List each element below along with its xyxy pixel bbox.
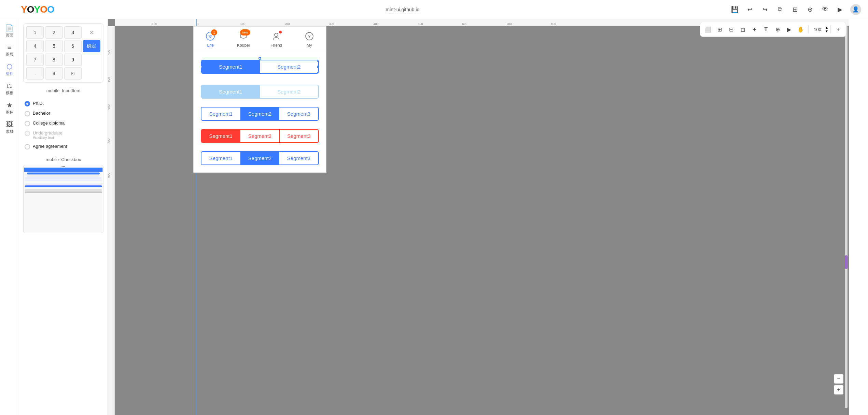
eye-icon[interactable]: 👁 [820, 5, 830, 14]
tab-life[interactable]: 支 1 Life [194, 29, 227, 48]
segment-3-2[interactable]: Segment2 [240, 108, 279, 120]
numpad-4[interactable]: 4 [26, 40, 44, 52]
numpad-7[interactable]: 7 [26, 54, 44, 66]
layers-icon[interactable]: ⊞ [790, 5, 800, 14]
zoom-step-down[interactable]: ▼ [825, 30, 828, 33]
segment-3-3[interactable]: Segment3 [279, 108, 318, 120]
sidebar-item-assets[interactable]: 🖼 素材 [1, 118, 18, 136]
ruler-mark-0: 0 [197, 22, 199, 26]
radio-college-label: College diploma [33, 120, 102, 126]
pages-icon: 📄 [5, 24, 14, 32]
shape-video-icon[interactable]: ▶ [784, 24, 795, 35]
shape-component-icon[interactable]: ⊕ [772, 24, 783, 35]
segment-2-1[interactable]: Segment1 [201, 85, 260, 98]
segment-1-2[interactable]: Segment2 [260, 60, 318, 73]
radio-undergraduate[interactable]: Undergraduate Auxiliary text [23, 128, 103, 142]
zoom-controls: − + [834, 374, 843, 395]
play-icon[interactable]: ▶ [835, 5, 845, 14]
segment-4-3[interactable]: Segment3 [279, 130, 318, 142]
numpad-3[interactable]: 3 [64, 26, 82, 39]
handle-tr [317, 60, 319, 62]
svg-text:¥: ¥ [308, 34, 311, 39]
numpad-confirm[interactable]: 确定 [83, 40, 100, 52]
undo-icon[interactable]: ↩ [745, 5, 755, 14]
shape-circle-icon[interactable]: ◻ [737, 24, 748, 35]
shape-star-icon[interactable]: ✦ [749, 24, 760, 35]
sidebar-item-components[interactable]: ⬡ 组件 [1, 60, 18, 78]
numpad-1[interactable]: 1 [26, 26, 44, 39]
ruler-v-400: 400 [108, 50, 110, 55]
sidebar-item-layers[interactable]: ≡ 图层 [1, 41, 18, 59]
segment-4-1[interactable]: Segment1 [201, 130, 240, 142]
tab-koubei-label: Koubei [237, 43, 250, 48]
radio-phd-circle [25, 101, 30, 106]
radio-undergraduate-circle [25, 131, 30, 136]
checkbox-list: Ph.D. Bachelor College diploma Undergrad… [23, 96, 103, 154]
radio-agree-label: Agree agreement [33, 144, 102, 149]
redo-icon[interactable]: ↪ [760, 5, 770, 14]
layers-nav-icon: ≡ [8, 43, 12, 51]
avatar[interactable]: 👤 [850, 4, 861, 15]
sidebar-item-pages[interactable]: 📄 页面 [1, 22, 18, 40]
toolbar-plus-btn[interactable]: + [833, 24, 844, 35]
numpad-9[interactable]: 9 [64, 54, 82, 66]
top-right-tools: 💾 ↩ ↪ ⧉ ⊞ ⊕ 👁 ▶ 👤 [730, 4, 868, 15]
tab-life-icon-container: 支 1 [204, 30, 216, 42]
shape-text-icon[interactable]: T [760, 24, 771, 35]
save-icon[interactable]: 💾 [730, 5, 740, 14]
zoom-step-up[interactable]: ▲ [825, 26, 828, 29]
components-icon: ⬡ [6, 62, 12, 71]
segment-1-1-active[interactable]: Segment1 [201, 60, 260, 73]
numpad-5[interactable]: 5 [45, 40, 62, 52]
numpad-dot[interactable]: . [26, 67, 44, 80]
numpad-2[interactable]: 2 [45, 26, 62, 39]
ruler-mark-500: 500 [418, 22, 423, 26]
input-item-label: mobile_InputItem [23, 88, 103, 93]
segment-4-2[interactable]: Segment2 [240, 130, 279, 142]
radio-college-circle [25, 121, 30, 126]
left-panel: 1 2 3 ✕ 4 5 6 确定 7 8 9 . 8 ⊡ mobile_Inpu… [19, 19, 108, 415]
sidebar-item-icons[interactable]: ★ 图标 [1, 99, 18, 117]
segment-3-1[interactable]: Segment1 [201, 108, 240, 120]
numpad-8b[interactable]: 8 [45, 67, 62, 80]
numpad-6[interactable]: 6 [64, 40, 82, 52]
copy-icon[interactable]: ⧉ [775, 5, 785, 14]
crosshair-icon[interactable]: ⊕ [805, 5, 815, 14]
radio-bachelor[interactable]: Bachelor [23, 109, 103, 118]
zoom-plus-btn[interactable]: + [834, 385, 843, 395]
segment-group-1-wrapper: Segment1 Segment2 [201, 57, 319, 76]
segment-5-2[interactable]: Segment2 [240, 152, 279, 164]
component-thumbnail: article [23, 165, 103, 233]
svg-point-4 [275, 33, 278, 37]
radio-phd[interactable]: Ph.D. [23, 99, 103, 109]
zoom-stepper: ▲ ▼ [825, 26, 828, 33]
radio-undergraduate-label: Undergraduate [33, 130, 102, 135]
shape-grid-icon[interactable]: ⊞ [714, 24, 725, 35]
toolbar-divider-2 [830, 25, 831, 33]
numpad-special[interactable]: ⊡ [64, 67, 82, 80]
ruler-mark-100p: 100 [240, 22, 245, 26]
sidebar-item-templates[interactable]: 🗂 模板 [1, 80, 18, 98]
phone-frame: 支 1 Life new Koubei [193, 26, 326, 173]
canvas-vscroll[interactable] [845, 26, 848, 408]
segment-2-2[interactable]: Segment2 [260, 85, 318, 98]
canvas-vscroll-thumb[interactable] [845, 255, 848, 269]
tab-friend-label: Friend [270, 43, 282, 48]
segment-group-3: Segment1 Segment2 Segment3 [201, 107, 319, 121]
tab-my[interactable]: ¥ My [293, 29, 326, 48]
radio-agree[interactable]: Agree agreement [23, 142, 103, 152]
shape-rect-icon[interactable]: ⬜ [702, 24, 713, 35]
handle-bl [201, 72, 203, 74]
shape-hand-icon[interactable]: ✋ [795, 24, 806, 35]
tab-koubei[interactable]: new Koubei [227, 29, 260, 48]
shape-minus-icon[interactable]: ⊟ [726, 24, 737, 35]
numpad-close[interactable]: ✕ [83, 26, 100, 39]
numpad-8[interactable]: 8 [45, 54, 62, 66]
handle-mr [317, 66, 319, 68]
zoom-minus-btn[interactable]: − [834, 374, 843, 384]
tab-friend[interactable]: Friend [260, 29, 293, 48]
segment-5-3[interactable]: Segment3 [279, 152, 318, 164]
canvas-area[interactable]: -100 0 100 200 300 400 500 600 700 800 4… [108, 19, 849, 415]
segment-5-1[interactable]: Segment1 [201, 152, 240, 164]
radio-college[interactable]: College diploma [23, 118, 103, 128]
